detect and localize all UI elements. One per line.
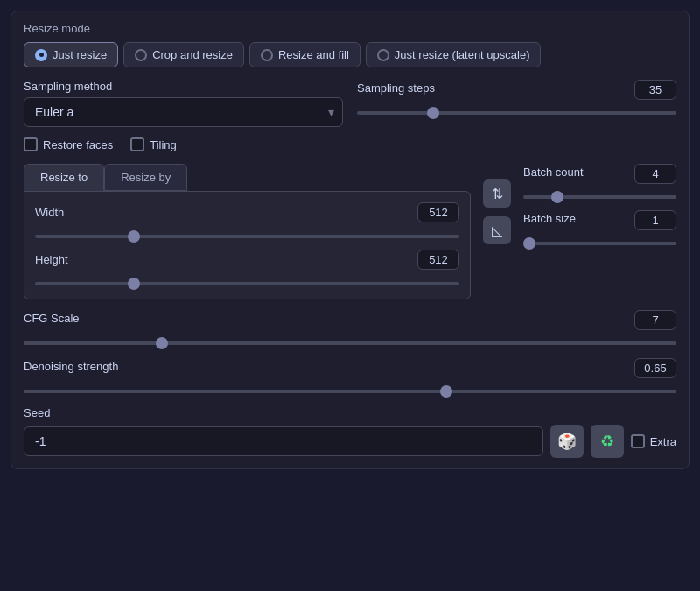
sampling-steps-label: Sampling steps	[357, 81, 435, 95]
tiling-box	[130, 137, 144, 151]
sampling-method-wrap: Euler a ▾	[24, 97, 343, 127]
seed-label: Seed	[24, 406, 676, 419]
cfg-scale-value: 7	[634, 310, 676, 330]
cfg-scale-label: CFG Scale	[24, 312, 80, 325]
width-row: Width 512	[35, 202, 459, 241]
radio-dot-resize-fill	[261, 49, 273, 61]
radio-label-crop-resize: Crop and resize	[152, 48, 233, 61]
resize-mode-group: Just resize Crop and resize Resize and f…	[24, 42, 676, 67]
width-value: 512	[417, 202, 459, 222]
extra-label: Extra	[650, 435, 676, 448]
height-slider[interactable]	[35, 282, 459, 285]
height-label: Height	[35, 253, 68, 266]
lock-ratio-button[interactable]: ◺	[483, 216, 511, 244]
checkbox-row: Restore faces Tiling	[24, 137, 676, 151]
resize-tab-bar: Resize to Resize by	[24, 164, 471, 191]
batch-count-item: Batch count 4	[523, 164, 676, 201]
seed-input-wrap	[24, 426, 543, 456]
sampling-method-label: Sampling method	[24, 80, 343, 93]
sampling-steps-slider[interactable]	[357, 111, 676, 115]
radio-just-resize[interactable]: Just resize	[24, 42, 118, 67]
batch-size-value: 1	[634, 210, 676, 230]
denoising-value: 0.65	[634, 358, 676, 378]
batch-panel: Batch count 4 Batch size 1	[523, 164, 676, 299]
seed-row: 🎲 ♻ Extra	[24, 425, 676, 458]
batch-count-value: 4	[634, 164, 676, 184]
sampling-method-select[interactable]: Euler a	[24, 97, 343, 127]
width-label: Width	[35, 206, 64, 219]
radio-dot-crop-resize	[135, 49, 147, 61]
restore-faces-box	[24, 137, 38, 151]
tab-resize-by[interactable]: Resize by	[104, 164, 187, 191]
radio-label-just-resize: Just resize	[52, 48, 107, 61]
tab-resize-to[interactable]: Resize to	[24, 164, 104, 191]
batch-size-label: Batch size	[523, 212, 576, 225]
radio-label-resize-fill: Resize and fill	[278, 48, 349, 61]
width-slider[interactable]	[35, 235, 459, 238]
cfg-scale-section: CFG Scale 7	[24, 310, 676, 348]
swap-dimensions-button[interactable]: ⇅	[483, 179, 511, 208]
batch-size-item: Batch size 1	[523, 210, 676, 248]
batch-count-slider[interactable]	[523, 195, 676, 199]
radio-dot-just-resize	[35, 49, 47, 61]
radio-crop-resize[interactable]: Crop and resize	[123, 42, 244, 67]
sampling-steps-value: 35	[634, 80, 676, 100]
resize-to-panel: Width 512 Height 512	[24, 191, 471, 299]
radio-resize-fill[interactable]: Resize and fill	[249, 42, 360, 67]
radio-label-latent-upscale: Just resize (latent upscale)	[395, 48, 530, 61]
height-value: 512	[417, 250, 459, 270]
resize-mode-label: Resize mode	[24, 22, 676, 35]
radio-latent-upscale[interactable]: Just resize (latent upscale)	[366, 42, 542, 67]
restore-faces-label: Restore faces	[43, 138, 113, 151]
denoising-label: Denoising strength	[24, 360, 118, 373]
seed-input[interactable]	[24, 426, 543, 456]
dice-button[interactable]: 🎲	[550, 425, 584, 458]
tiling-label: Tiling	[150, 138, 177, 151]
batch-size-slider[interactable]	[523, 242, 676, 245]
recycle-button[interactable]: ♻	[591, 425, 624, 458]
cfg-scale-slider[interactable]	[24, 341, 676, 345]
batch-count-label: Batch count	[523, 165, 584, 179]
height-row: Height 512	[35, 250, 459, 288]
radio-dot-latent-upscale	[377, 49, 389, 61]
tiling-checkbox[interactable]: Tiling	[130, 137, 177, 151]
extra-checkbox[interactable]	[631, 434, 645, 448]
denoising-slider[interactable]	[24, 390, 676, 393]
seed-section: Seed 🎲 ♻ Extra	[24, 406, 676, 458]
restore-faces-checkbox[interactable]: Restore faces	[24, 137, 113, 151]
denoising-section: Denoising strength 0.65	[24, 358, 676, 396]
extra-row: Extra	[631, 434, 676, 448]
dimension-icon-buttons: ⇅ ◺	[483, 164, 511, 299]
